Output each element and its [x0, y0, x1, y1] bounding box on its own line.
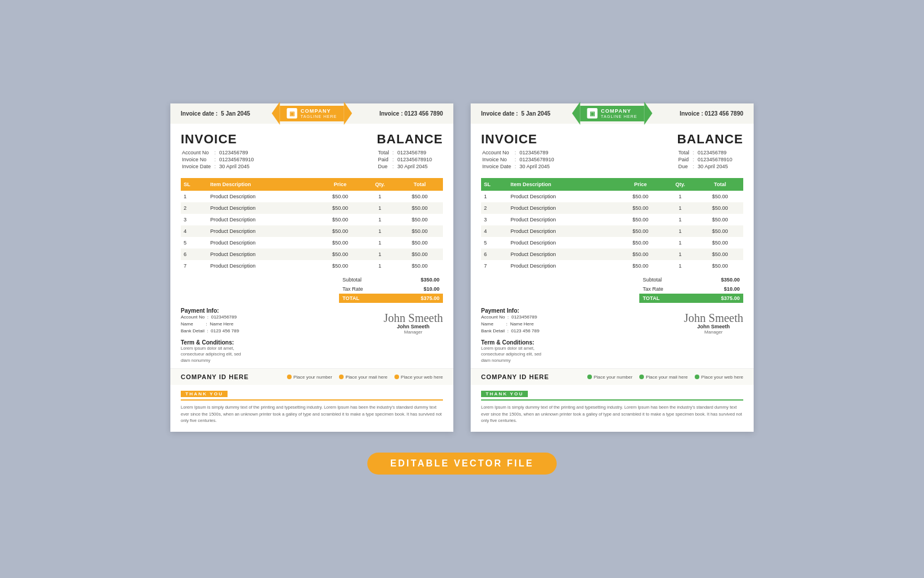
table-row: 3Product Description$50.001$50.00 — [181, 214, 443, 225]
total-label: TOTAL — [339, 294, 393, 303]
invoice-title-green: INVOICE — [481, 133, 556, 146]
invoice-top-green: INVOICE Account No : 0123456789 Invoice … — [481, 133, 743, 170]
signature-block-orange: John Smeeth John Smeeth Manager — [383, 312, 443, 335]
price: $50.00 — [317, 191, 363, 202]
sl: 7 — [481, 260, 508, 272]
table-row: Subtotal $350.00 — [639, 275, 743, 284]
desc: Product Description — [207, 214, 317, 225]
sl: 6 — [181, 249, 207, 260]
subtotal-value: $350.00 — [693, 275, 743, 284]
price: $50.00 — [617, 202, 664, 214]
signature-script-green: John Smeeth — [684, 312, 743, 324]
table-row: Tax Rate $10.00 — [339, 284, 443, 294]
contact-dot-email-green — [639, 375, 644, 379]
qty: 1 — [664, 249, 696, 260]
logo-chevron-right-orange — [344, 102, 352, 125]
invoice-green: Invoice date : 5 Jan 2045 ▣ COMPANY TAGL… — [471, 103, 754, 432]
total: $50.00 — [697, 249, 743, 260]
logo-icon-orange: ▣ — [287, 108, 297, 118]
header-invoice-num-green: Invoice : 0123 456 7890 — [680, 110, 743, 117]
desc: Product Description — [508, 260, 617, 272]
col-sl: SL — [181, 178, 207, 191]
terms-section-green: Term & Conditions: Lorem ipsum dolor sit… — [481, 339, 743, 364]
desc: Product Description — [207, 202, 317, 214]
sep: : — [212, 163, 218, 170]
price: $50.00 — [617, 260, 664, 272]
label: Invoice Date — [181, 163, 212, 170]
sep: : — [512, 149, 519, 156]
value: 0123456789 — [519, 149, 556, 156]
contact-web-orange: Place your web here — [394, 375, 443, 380]
value: 012345678910 — [519, 156, 556, 163]
contact-web-text-green: Place your web here — [701, 375, 743, 380]
table-row: 3Product Description$50.001$50.00 — [481, 214, 743, 225]
desc: Product Description — [207, 249, 317, 260]
col-qty: Qty. — [363, 178, 396, 191]
total-row-orange: TOTAL $375.00 — [339, 294, 443, 303]
label: Account No — [481, 149, 512, 156]
label: Total — [377, 149, 390, 156]
invoice-info-table-orange: Account No : 0123456789 Invoice No : 012… — [181, 149, 255, 170]
col-desc: Item Description — [508, 178, 617, 191]
table-row: Account No : 0123456789 — [181, 149, 255, 156]
company-id-green: COMPANY ID HERE — [481, 373, 549, 380]
table-row: 5Product Description$50.001$50.00 — [181, 237, 443, 249]
total-label: TOTAL — [639, 294, 693, 303]
payment-signature-orange: Payment Info: Account No : 0123456789 Na… — [181, 307, 443, 335]
payment-details-orange: Account No : 0123456789 Name : Name Here… — [181, 314, 239, 335]
desc: Product Description — [207, 237, 317, 249]
items-table-green: SL Item Description Price Qty. Total 1Pr… — [481, 178, 743, 272]
payment-signature-green: Payment Info: Account No : 0123456789 Na… — [481, 307, 743, 335]
invoice-title-block-orange: INVOICE Account No : 0123456789 Invoice … — [181, 133, 255, 170]
qty: 1 — [363, 237, 396, 249]
thank-you-line-green — [481, 399, 743, 401]
balance-info-table-green: Total : 0123456789 Paid : 012345678910 D… — [677, 149, 733, 170]
terms-title-orange: Term & Conditions: — [181, 339, 443, 346]
thank-you-line-orange — [181, 399, 443, 401]
value: 0123456789 — [696, 149, 733, 156]
total: $50.00 — [397, 202, 443, 214]
invoice-body-orange: INVOICE Account No : 0123456789 Invoice … — [170, 124, 453, 364]
thank-you-bar-orange: THANK YOU Lorem Ipsum is simply dummy te… — [170, 385, 453, 432]
desc: Product Description — [207, 191, 317, 202]
label: Paid — [377, 156, 390, 163]
balance-block-orange: BALANCE Total : 0123456789 Paid : 012345… — [377, 133, 443, 170]
tax-label: Tax Rate — [639, 284, 693, 294]
table-row: Due : 30 April 2045 — [377, 163, 433, 170]
sl: 2 — [181, 202, 207, 214]
label: Total — [677, 149, 690, 156]
sep: : — [690, 149, 696, 156]
qty: 1 — [363, 202, 396, 214]
invoice-orange: Invoice date : 5 Jan 2045 ▣ COMPANY TAGL… — [170, 103, 453, 432]
company-footer-orange: COMPANY ID HERE Place your number Place … — [170, 368, 453, 385]
sep: : — [212, 156, 218, 163]
subtotal-value: $350.00 — [393, 275, 443, 284]
invoice-header-green: Invoice date : 5 Jan 2045 ▣ COMPANY TAGL… — [471, 103, 754, 124]
balance-title-orange: BALANCE — [377, 133, 443, 146]
qty: 1 — [664, 225, 696, 237]
col-sl: SL — [481, 178, 508, 191]
table-row: Tax Rate $10.00 — [639, 284, 743, 294]
logo-center-orange: ▣ COMPANY TAGLINE HERE — [280, 106, 344, 121]
qty: 1 — [664, 260, 696, 272]
total: $50.00 — [697, 225, 743, 237]
invoice-info-table-green: Account No : 0123456789 Invoice No : 012… — [481, 149, 556, 170]
signature-name-orange: John Smeeth — [383, 324, 443, 329]
contact-dot-email-orange — [339, 375, 344, 379]
contact-items-orange: Place your number Place your mail here P… — [287, 375, 443, 380]
qty: 1 — [664, 191, 696, 202]
table-row: 7Product Description$50.001$50.00 — [181, 260, 443, 272]
total: $50.00 — [397, 260, 443, 272]
contact-phone-text-green: Place your number — [594, 375, 632, 380]
total: $50.00 — [397, 191, 443, 202]
total-value: $375.00 — [693, 294, 743, 303]
qty: 1 — [363, 191, 396, 202]
value: 0123456789 — [396, 149, 433, 156]
price: $50.00 — [317, 249, 363, 260]
desc: Product Description — [207, 225, 317, 237]
sl: 2 — [481, 202, 508, 214]
sep: : — [690, 163, 696, 170]
logo-chevron-left-orange — [272, 102, 280, 125]
balance-info-table-orange: Total : 0123456789 Paid : 012345678910 D… — [377, 149, 433, 170]
contact-email-text-green: Place your mail here — [646, 375, 688, 380]
